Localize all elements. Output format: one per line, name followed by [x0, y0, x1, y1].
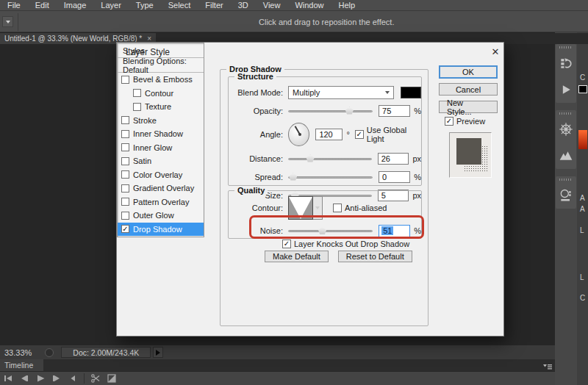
- use-global-light-label: Use Global Light: [367, 126, 421, 143]
- new-style-button[interactable]: New Style...: [439, 101, 498, 113]
- layer-knocks-out-checkbox[interactable]: ✓: [282, 240, 291, 248]
- cancel-button[interactable]: Cancel: [439, 83, 498, 96]
- preview-square: [456, 138, 481, 165]
- style-item-outer-glow[interactable]: Outer Glow: [118, 209, 204, 223]
- anti-aliased-checkbox[interactable]: [333, 204, 342, 212]
- style-item-gradient-overlay[interactable]: Gradient Overlay: [118, 181, 204, 195]
- menu-window[interactable]: Window: [287, 0, 331, 10]
- transition-button[interactable]: [104, 373, 120, 385]
- opacity-slider-handle[interactable]: [345, 107, 354, 115]
- layer-style-dialog: Layer Style ✕ StylesBlending Options: De…: [116, 42, 504, 337]
- make-default-button[interactable]: Make Default: [265, 251, 329, 262]
- ok-button[interactable]: OK: [439, 65, 498, 79]
- color-ramp[interactable]: [578, 130, 587, 149]
- distance-input[interactable]: 26: [378, 153, 409, 165]
- panel-text-fragment: L: [580, 273, 584, 281]
- blend-mode-select[interactable]: Multiply: [288, 86, 394, 99]
- style-item-contour[interactable]: Contour: [118, 87, 204, 101]
- angle-input[interactable]: 120: [315, 129, 343, 140]
- tool-preset-picker[interactable]: [2, 16, 13, 27]
- divider: [18, 13, 18, 31]
- style-item-inner-glow[interactable]: Inner Glow: [118, 141, 204, 155]
- checkbox[interactable]: [121, 116, 129, 124]
- menu-edit[interactable]: Edit: [28, 0, 57, 10]
- checkbox[interactable]: ✓: [121, 225, 129, 233]
- style-item-pattern-overlay[interactable]: Pattern Overlay: [118, 195, 204, 209]
- checkbox[interactable]: [121, 143, 129, 151]
- style-item-label: Inner Glow: [133, 143, 172, 152]
- menu-layer[interactable]: Layer: [93, 0, 129, 10]
- spread-slider[interactable]: [288, 173, 373, 181]
- style-item-label: Satin: [133, 156, 151, 165]
- status-zoom-icon[interactable]: [45, 348, 54, 357]
- first-frame-button[interactable]: [0, 373, 16, 385]
- next-frame-button[interactable]: [49, 373, 65, 385]
- opacity-input[interactable]: 75: [379, 105, 410, 117]
- checkbox[interactable]: [121, 170, 129, 179]
- style-item-inner-shadow[interactable]: Inner Shadow: [118, 127, 204, 141]
- actions-panel-icon[interactable]: [556, 76, 576, 103]
- tab-timeline[interactable]: Timeline: [0, 359, 43, 371]
- menu-help[interactable]: Help: [331, 0, 363, 10]
- checkbox[interactable]: [121, 184, 129, 192]
- distance-slider-handle[interactable]: [306, 155, 315, 162]
- opacity-slider[interactable]: [288, 107, 373, 115]
- checkbox[interactable]: [121, 76, 129, 84]
- use-global-light-checkbox[interactable]: ✓: [355, 130, 364, 139]
- reset-to-default-button[interactable]: Reset to Default: [338, 251, 412, 262]
- split-button[interactable]: [87, 373, 104, 385]
- color-themes-panel-icon[interactable]: [556, 182, 576, 209]
- chevron-down-icon: [6, 21, 10, 24]
- menu-filter[interactable]: Filter: [198, 0, 230, 10]
- color-swatch[interactable]: [578, 85, 587, 93]
- style-item-texture[interactable]: Texture: [118, 100, 204, 114]
- noise-slider[interactable]: [288, 226, 373, 235]
- contour-picker[interactable]: [288, 196, 313, 220]
- play-button[interactable]: [32, 373, 49, 385]
- spread-slider-handle[interactable]: [289, 173, 297, 181]
- document-size-field[interactable]: Doc: 2.00M/243.4K: [61, 347, 151, 358]
- shadow-color-swatch[interactable]: [401, 87, 421, 98]
- noise-label: Noise:: [229, 226, 283, 235]
- menu-image[interactable]: Image: [57, 0, 94, 10]
- style-item-bevel-emboss[interactable]: Bevel & Emboss: [118, 73, 204, 87]
- checkbox[interactable]: [133, 89, 141, 97]
- style-item-color-overlay[interactable]: Color Overlay: [118, 168, 204, 182]
- structure-legend: Structure: [234, 72, 276, 81]
- menu-view[interactable]: View: [256, 0, 288, 10]
- noise-slider-handle[interactable]: [318, 227, 326, 234]
- angle-label: Angle:: [229, 130, 283, 139]
- menu-select[interactable]: Select: [161, 0, 198, 10]
- menu-file[interactable]: File: [0, 0, 28, 10]
- style-item-drop-shadow[interactable]: ✓Drop Shadow: [118, 223, 204, 237]
- style-item-stroke[interactable]: Stroke: [118, 114, 204, 128]
- navigator-panel-icon[interactable]: [556, 116, 576, 143]
- timeline-playback-controls: [0, 371, 555, 385]
- audio-button[interactable]: [65, 373, 81, 385]
- spread-label: Spread:: [229, 173, 283, 181]
- style-item-label: Stroke: [133, 116, 157, 125]
- checkbox[interactable]: [121, 212, 129, 220]
- style-item-satin[interactable]: Satin: [118, 154, 204, 168]
- contour-dropdown-icon[interactable]: [313, 196, 323, 220]
- checkbox[interactable]: [133, 103, 141, 111]
- menu-3d[interactable]: 3D: [231, 0, 256, 10]
- noise-input[interactable]: 51: [379, 225, 410, 237]
- preview-checkbox[interactable]: ✓: [445, 117, 453, 126]
- checkbox[interactable]: [121, 130, 129, 138]
- zoom-level[interactable]: 33.33%: [4, 348, 32, 357]
- spread-input[interactable]: 0: [379, 171, 410, 183]
- histogram-panel-icon[interactable]: [556, 143, 576, 169]
- menu-type[interactable]: Type: [129, 0, 161, 10]
- close-icon[interactable]: ✕: [489, 45, 502, 58]
- checkbox[interactable]: [121, 157, 129, 165]
- previous-frame-button[interactable]: [16, 373, 32, 385]
- checkbox[interactable]: [121, 198, 129, 206]
- history-panel-icon[interactable]: [556, 50, 576, 76]
- angle-dial[interactable]: [288, 123, 309, 146]
- blend-mode-value: Multiply: [293, 88, 320, 97]
- distance-slider[interactable]: [288, 154, 372, 163]
- blending-options-item[interactable]: Blending Options: Default: [118, 58, 204, 73]
- mini-tab-labels: [556, 44, 576, 50]
- status-menu-button[interactable]: [153, 347, 163, 358]
